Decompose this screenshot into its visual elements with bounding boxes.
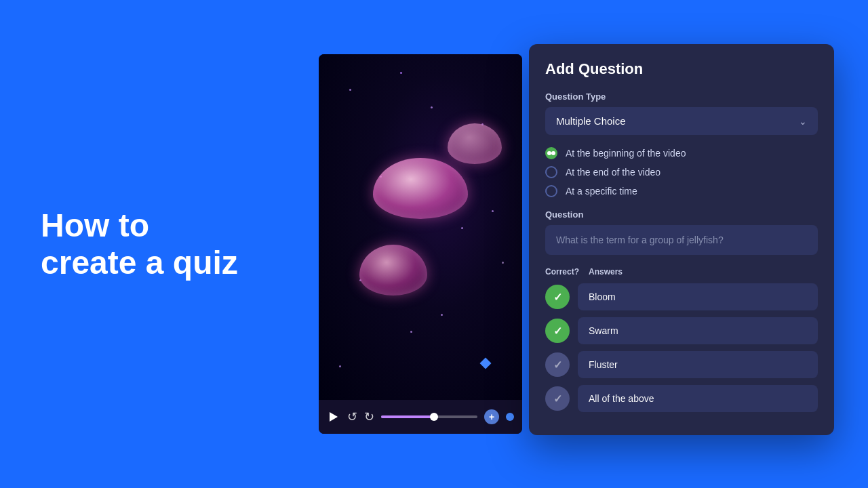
jellyfish-1 [373,158,468,226]
radio-label-end: At the end of the video [566,167,660,178]
jellyfish-2 [359,245,427,296]
radio-label-specific: At a specific time [566,186,637,197]
video-frame [319,54,522,400]
add-question-panel: Add Question Question Type Multiple Choi… [529,44,834,435]
answers-header: Correct? Answers [545,267,818,277]
checkmark-icon-2: ✓ [553,325,562,338]
radio-button-specific[interactable] [545,185,557,197]
undo-button[interactable]: ↺ [347,409,357,424]
progress-bar[interactable] [381,415,477,418]
play-button[interactable] [327,410,340,424]
answer-input-3[interactable]: Fluster [578,351,818,378]
chevron-down-icon: ⌄ [799,116,807,127]
play-icon [330,412,338,422]
answer-input-4[interactable]: All of the above [578,385,818,412]
answer-row-2: ✓ Swarm [545,317,818,344]
progress-fill [381,415,434,418]
question-field-label: Question [545,209,818,220]
correct-column-label: Correct? [545,267,578,277]
answer-row-3: ✓ Fluster [545,351,818,378]
video-player: ↺ ↻ + [319,54,522,434]
radio-item-end[interactable]: At the end of the video [545,166,818,178]
question-type-dropdown[interactable]: Multiple Choice ⌄ [545,107,818,135]
jellyfish-3 [448,123,502,164]
answers-column-label: Answers [589,267,623,277]
left-section: How to create a quiz [0,207,312,281]
radio-item-specific[interactable]: At a specific time [545,185,818,197]
correct-toggle-3[interactable]: ✓ [545,352,570,377]
correct-toggle-4[interactable]: ✓ [545,386,570,411]
answer-row-4: ✓ All of the above [545,385,818,412]
progress-thumb [430,413,438,421]
correct-toggle-2[interactable]: ✓ [545,319,570,343]
radio-label-beginning: At the beginning of the video [566,148,686,159]
hero-title: How to create a quiz [41,207,312,281]
question-type-value: Multiple Choice [556,115,626,127]
checkmark-icon-1: ✓ [553,291,562,304]
add-marker-button[interactable]: + [484,409,499,424]
plus-icon: + [489,411,494,422]
marker-dot [506,413,514,421]
redo-button[interactable]: ↻ [364,409,374,424]
checkmark-icon-3: ✓ [553,359,562,371]
checkmark-icon-4: ✓ [553,392,562,405]
radio-item-beginning[interactable]: At the beginning of the video [545,147,818,159]
correct-toggle-1[interactable]: ✓ [545,285,570,309]
panel-title: Add Question [545,60,818,78]
answer-input-1[interactable]: Bloom [578,283,818,310]
radio-button-beginning[interactable] [545,147,557,159]
video-controls-bar: ↺ ↻ + [319,400,522,434]
timing-radio-group: At the beginning of the video At the end… [545,147,818,197]
question-type-label: Question Type [545,92,818,102]
answer-input-2[interactable]: Swarm [578,317,818,344]
question-input[interactable]: What is the term for a group of jellyfis… [545,225,818,255]
radio-dot [547,151,551,155]
sparkles-decoration [319,54,522,400]
radio-button-end[interactable] [545,166,557,178]
answer-row-1: ✓ Bloom [545,283,818,310]
